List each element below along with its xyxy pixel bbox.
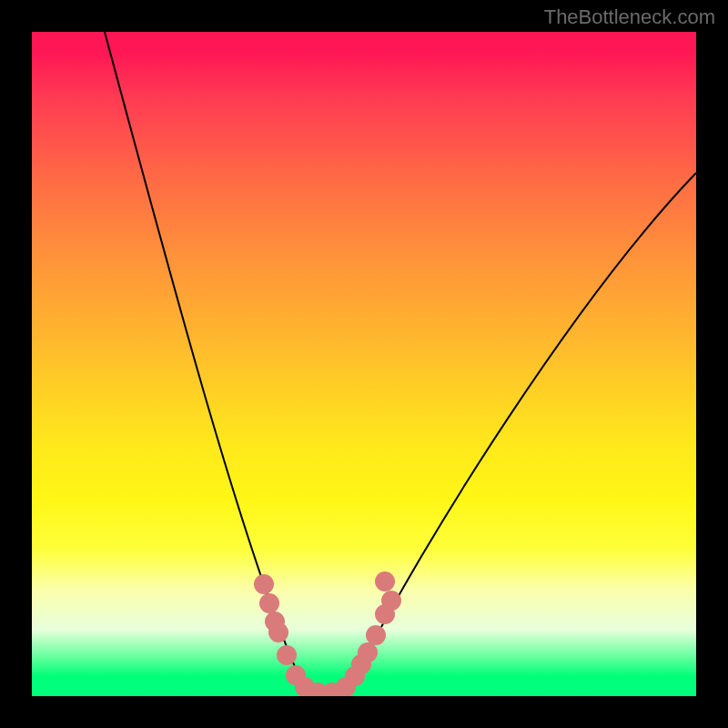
optimal-marker [358, 642, 378, 662]
optimal-marker [268, 622, 288, 642]
optimal-marker [259, 593, 279, 613]
chart-svg [32, 32, 696, 696]
optimal-marker [381, 591, 401, 611]
optimal-marker [277, 645, 297, 665]
optimal-markers-group [254, 571, 401, 696]
optimal-marker [375, 571, 395, 592]
optimal-marker [366, 625, 386, 645]
optimal-marker [254, 574, 274, 594]
chart-plot-area [32, 32, 696, 696]
watermark-text: TheBottleneck.com [544, 5, 715, 29]
